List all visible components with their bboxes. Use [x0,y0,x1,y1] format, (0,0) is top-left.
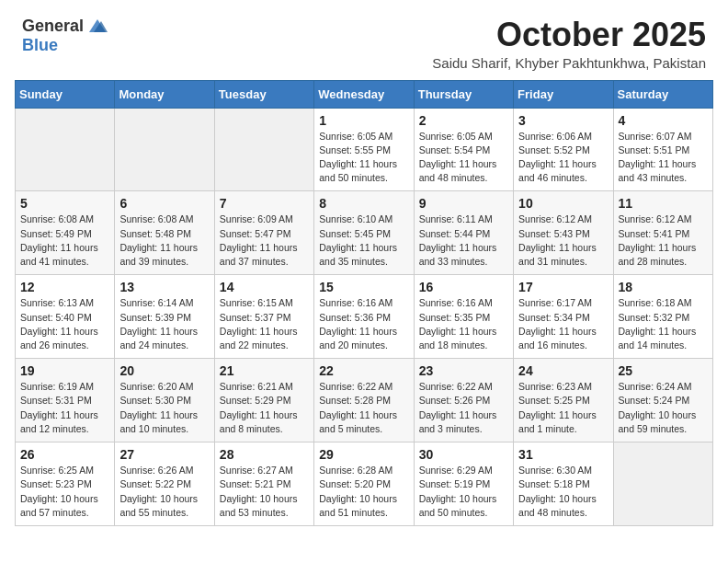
day-number: 18 [619,280,708,294]
day-cell: 24Sunrise: 6:23 AMSunset: 5:25 PMDayligh… [514,359,613,442]
calendar-header: SundayMondayTuesdayWednesdayThursdayFrid… [16,80,713,108]
day-info: Sunrise: 6:16 AMSunset: 5:36 PMDaylight:… [319,296,408,352]
day-cell [115,108,214,191]
column-header-thursday: Thursday [414,80,513,108]
title-block: October 2025 Saidu Sharif, Khyber Pakhtu… [432,17,706,71]
day-number: 17 [518,280,608,294]
calendar-wrapper: SundayMondayTuesdayWednesdayThursdayFrid… [0,80,728,541]
day-info: Sunrise: 6:28 AMSunset: 5:20 PMDaylight:… [319,464,408,520]
day-cell: 27Sunrise: 6:26 AMSunset: 5:22 PMDayligh… [115,442,214,526]
column-header-friday: Friday [514,80,613,108]
day-info: Sunrise: 6:05 AMSunset: 5:55 PMDaylight:… [319,130,408,186]
day-cell [16,108,115,191]
day-cell: 3Sunrise: 6:06 AMSunset: 5:52 PMDaylight… [514,108,613,191]
day-info: Sunrise: 6:08 AMSunset: 5:49 PMDaylight:… [20,213,109,269]
day-number: 22 [319,363,408,378]
logo-general-text: General [22,17,84,36]
day-number: 23 [419,363,508,378]
day-cell: 20Sunrise: 6:20 AMSunset: 5:30 PMDayligh… [115,359,214,442]
day-number: 2 [419,113,508,128]
day-cell: 28Sunrise: 6:27 AMSunset: 5:21 PMDayligh… [214,442,313,526]
week-row-4: 19Sunrise: 6:19 AMSunset: 5:31 PMDayligh… [16,359,713,442]
day-number: 21 [220,363,309,378]
day-info: Sunrise: 6:14 AMSunset: 5:39 PMDaylight:… [119,296,209,352]
day-cell [214,108,313,191]
day-info: Sunrise: 6:07 AMSunset: 5:51 PMDaylight:… [619,130,708,186]
day-number: 24 [518,363,608,378]
calendar-body: 1Sunrise: 6:05 AMSunset: 5:55 PMDaylight… [16,108,713,525]
column-header-monday: Monday [115,80,214,108]
day-cell: 18Sunrise: 6:18 AMSunset: 5:32 PMDayligh… [613,275,712,359]
day-cell: 22Sunrise: 6:22 AMSunset: 5:28 PMDayligh… [314,359,414,442]
day-number: 29 [319,447,408,462]
day-cell: 8Sunrise: 6:10 AMSunset: 5:45 PMDaylight… [314,191,414,275]
location-subtitle: Saidu Sharif, Khyber Pakhtunkhwa, Pakist… [432,55,706,71]
day-info: Sunrise: 6:24 AMSunset: 5:24 PMDaylight:… [619,380,708,436]
day-cell: 2Sunrise: 6:05 AMSunset: 5:54 PMDaylight… [414,108,513,191]
logo-icon [87,17,108,34]
day-info: Sunrise: 6:22 AMSunset: 5:26 PMDaylight:… [419,380,508,436]
logo-blue-text: Blue [22,36,58,54]
header-row: SundayMondayTuesdayWednesdayThursdayFrid… [16,80,713,108]
day-number: 3 [518,113,608,128]
day-cell: 11Sunrise: 6:12 AMSunset: 5:41 PMDayligh… [613,191,712,275]
day-cell: 4Sunrise: 6:07 AMSunset: 5:51 PMDaylight… [613,108,712,191]
day-cell: 30Sunrise: 6:29 AMSunset: 5:19 PMDayligh… [414,442,513,526]
logo: General Blue [22,17,108,55]
day-number: 8 [319,196,408,211]
day-cell: 21Sunrise: 6:21 AMSunset: 5:29 PMDayligh… [214,359,313,442]
day-number: 7 [220,196,309,211]
day-info: Sunrise: 6:27 AMSunset: 5:21 PMDaylight:… [220,464,309,520]
day-cell: 31Sunrise: 6:30 AMSunset: 5:18 PMDayligh… [514,442,613,526]
column-header-sunday: Sunday [16,80,115,108]
day-number: 10 [518,196,608,211]
day-info: Sunrise: 6:12 AMSunset: 5:41 PMDaylight:… [619,213,708,269]
week-row-3: 12Sunrise: 6:13 AMSunset: 5:40 PMDayligh… [16,275,713,359]
day-cell: 13Sunrise: 6:14 AMSunset: 5:39 PMDayligh… [115,275,214,359]
day-cell: 5Sunrise: 6:08 AMSunset: 5:49 PMDaylight… [16,191,115,275]
day-info: Sunrise: 6:19 AMSunset: 5:31 PMDaylight:… [20,380,109,436]
day-info: Sunrise: 6:10 AMSunset: 5:45 PMDaylight:… [319,213,408,269]
day-cell: 6Sunrise: 6:08 AMSunset: 5:48 PMDaylight… [115,191,214,275]
day-cell [613,442,712,526]
day-info: Sunrise: 6:08 AMSunset: 5:48 PMDaylight:… [119,213,209,269]
day-info: Sunrise: 6:20 AMSunset: 5:30 PMDaylight:… [119,380,209,436]
day-info: Sunrise: 6:22 AMSunset: 5:28 PMDaylight:… [319,380,408,436]
column-header-wednesday: Wednesday [314,80,414,108]
calendar-table: SundayMondayTuesdayWednesdayThursdayFrid… [15,80,713,526]
day-cell: 9Sunrise: 6:11 AMSunset: 5:44 PMDaylight… [414,191,513,275]
day-cell: 15Sunrise: 6:16 AMSunset: 5:36 PMDayligh… [314,275,414,359]
day-number: 5 [20,196,109,211]
day-info: Sunrise: 6:29 AMSunset: 5:19 PMDaylight:… [419,464,508,520]
day-number: 20 [119,363,209,378]
day-number: 13 [119,280,209,294]
day-number: 15 [319,280,408,294]
day-cell: 26Sunrise: 6:25 AMSunset: 5:23 PMDayligh… [16,442,115,526]
day-info: Sunrise: 6:17 AMSunset: 5:34 PMDaylight:… [518,296,608,352]
day-number: 9 [419,196,508,211]
day-info: Sunrise: 6:16 AMSunset: 5:35 PMDaylight:… [419,296,508,352]
day-info: Sunrise: 6:26 AMSunset: 5:22 PMDaylight:… [119,464,209,520]
day-info: Sunrise: 6:21 AMSunset: 5:29 PMDaylight:… [220,380,309,436]
day-cell: 7Sunrise: 6:09 AMSunset: 5:47 PMDaylight… [214,191,313,275]
day-number: 31 [518,447,608,462]
day-cell: 12Sunrise: 6:13 AMSunset: 5:40 PMDayligh… [16,275,115,359]
day-info: Sunrise: 6:15 AMSunset: 5:37 PMDaylight:… [220,296,309,352]
day-number: 12 [20,280,109,294]
month-title: October 2025 [432,17,706,53]
day-number: 19 [20,363,109,378]
day-info: Sunrise: 6:12 AMSunset: 5:43 PMDaylight:… [518,213,608,269]
column-header-tuesday: Tuesday [214,80,313,108]
day-info: Sunrise: 6:30 AMSunset: 5:18 PMDaylight:… [518,464,608,520]
day-number: 25 [619,363,708,378]
day-info: Sunrise: 6:05 AMSunset: 5:54 PMDaylight:… [419,130,508,186]
day-info: Sunrise: 6:09 AMSunset: 5:47 PMDaylight:… [220,213,309,269]
day-info: Sunrise: 6:23 AMSunset: 5:25 PMDaylight:… [518,380,608,436]
day-info: Sunrise: 6:06 AMSunset: 5:52 PMDaylight:… [518,130,608,186]
day-number: 14 [220,280,309,294]
day-cell: 17Sunrise: 6:17 AMSunset: 5:34 PMDayligh… [514,275,613,359]
day-cell: 14Sunrise: 6:15 AMSunset: 5:37 PMDayligh… [214,275,313,359]
day-number: 16 [419,280,508,294]
day-number: 4 [619,113,708,128]
day-number: 1 [319,113,408,128]
